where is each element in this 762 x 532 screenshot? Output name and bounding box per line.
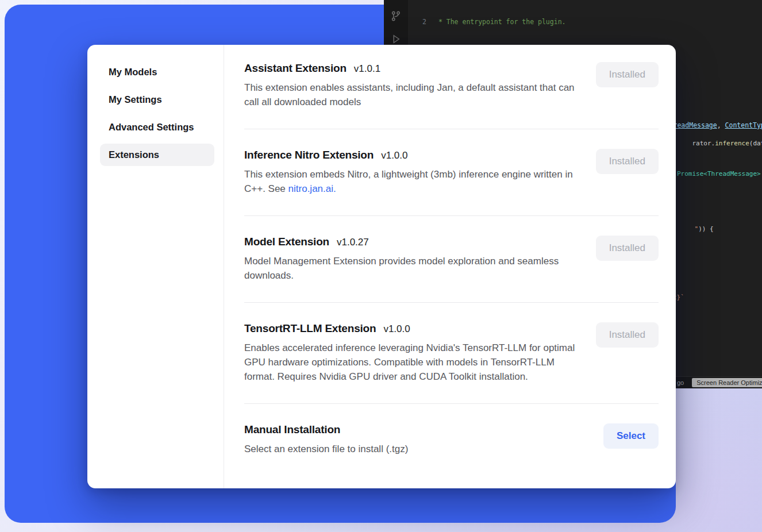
- extension-row-nitro: Inference Nitro Extension v1.0.0 This ex…: [244, 149, 659, 196]
- installed-button[interactable]: Installed: [596, 236, 659, 261]
- code-text: (data));: [749, 140, 762, 147]
- extension-info: Assistant Extension v1.0.1 This extensio…: [244, 62, 580, 109]
- description-text: Model Management Extension provides mode…: [244, 256, 559, 281]
- extension-name: TensortRT-LLM Extension: [244, 322, 376, 335]
- code-method: inference: [715, 140, 749, 147]
- status-bar-text: go: [677, 379, 684, 386]
- nitro-jan-ai-link[interactable]: nitro.jan.ai.: [288, 183, 336, 194]
- extension-info: TensortRT-LLM Extension v1.0.0 Enables a…: [244, 322, 580, 384]
- source-control-icon[interactable]: [390, 10, 402, 22]
- extension-title-line: Inference Nitro Extension v1.0.0: [244, 149, 580, 161]
- code-fragment: Promise<ThreadMessage>: [677, 170, 761, 178]
- extension-title-line: Manual Installation: [244, 423, 408, 436]
- select-file-button[interactable]: Select: [603, 423, 659, 449]
- description-text: Select an extension file to install (.tg…: [244, 444, 408, 454]
- sidebar-item-my-models[interactable]: My Models: [100, 61, 214, 83]
- installed-button[interactable]: Installed: [596, 149, 659, 174]
- extension-title-line: Model Extension v1.0.27: [244, 236, 580, 248]
- extension-version: v1.0.0: [383, 323, 410, 335]
- extension-description: This extension enables assistants, inclu…: [244, 80, 580, 109]
- row-divider: [244, 302, 659, 303]
- extension-info: Inference Nitro Extension v1.0.0 This ex…: [244, 149, 580, 196]
- extension-row-tensorrt: TensortRT-LLM Extension v1.0.0 Enables a…: [244, 322, 659, 384]
- code-fragment: ")) {: [679, 217, 714, 241]
- code-text: rator.: [692, 140, 715, 147]
- extension-title-line: Assistant Extension v1.0.1: [244, 62, 580, 75]
- code-fragment: rator.inference(data));: [677, 132, 762, 156]
- code-text: )) {: [698, 225, 714, 233]
- run-debug-icon[interactable]: [390, 33, 402, 45]
- extension-name: Manual Installation: [244, 423, 340, 436]
- extension-description: This extension embeds Nitro, a lightweig…: [244, 167, 580, 196]
- description-text: Enables accelerated inference leveraging…: [244, 342, 575, 382]
- row-divider: [244, 403, 659, 404]
- extension-description: Enables accelerated inference leveraging…: [244, 341, 580, 384]
- code-import: ContentType: [725, 121, 762, 130]
- line-number: 2: [408, 17, 426, 27]
- extension-row-assistant: Assistant Extension v1.0.1 This extensio…: [244, 62, 659, 109]
- sidebar-item-extensions[interactable]: Extensions: [100, 144, 214, 166]
- code-line: 2 * The entrypoint for the plugin.: [408, 17, 762, 27]
- extension-version: v1.0.27: [337, 237, 369, 248]
- extensions-panel: Assistant Extension v1.0.1 This extensio…: [224, 45, 676, 488]
- extension-description: Select an extension file to install (.tg…: [244, 442, 408, 456]
- code-punct: ,: [717, 121, 725, 130]
- extension-version: v1.0.1: [354, 63, 380, 75]
- code-comment: * The entrypoint for the plugin.: [434, 17, 565, 27]
- extension-version: v1.0.0: [381, 150, 407, 161]
- extension-name: Assistant Extension: [244, 62, 347, 75]
- installed-button[interactable]: Installed: [596, 322, 659, 348]
- row-divider: [244, 215, 659, 216]
- extension-info: Model Extension v1.0.27 Model Management…: [244, 236, 580, 283]
- extension-row-model: Model Extension v1.0.27 Model Management…: [244, 236, 659, 283]
- description-text: This extension enables assistants, inclu…: [244, 82, 575, 107]
- extension-name: Model Extension: [244, 236, 329, 248]
- sidebar-item-advanced-settings[interactable]: Advanced Settings: [100, 116, 214, 138]
- settings-sidebar: My Models My Settings Advanced Settings …: [87, 45, 224, 488]
- sidebar-item-my-settings[interactable]: My Settings: [100, 88, 214, 111]
- extension-info: Manual Installation Select an extension …: [244, 423, 408, 456]
- extension-name: Inference Nitro Extension: [244, 149, 374, 161]
- extension-row-manual-installation: Manual Installation Select an extension …: [244, 423, 659, 456]
- extension-description: Model Management Extension provides mode…: [244, 254, 580, 283]
- screen-reader-badge[interactable]: Screen Reader Optimized: [692, 378, 762, 387]
- installed-button[interactable]: Installed: [596, 62, 659, 87]
- extension-title-line: TensortRT-LLM Extension v1.0.0: [244, 322, 580, 335]
- row-divider: [244, 129, 659, 129]
- settings-modal: My Models My Settings Advanced Settings …: [87, 45, 676, 488]
